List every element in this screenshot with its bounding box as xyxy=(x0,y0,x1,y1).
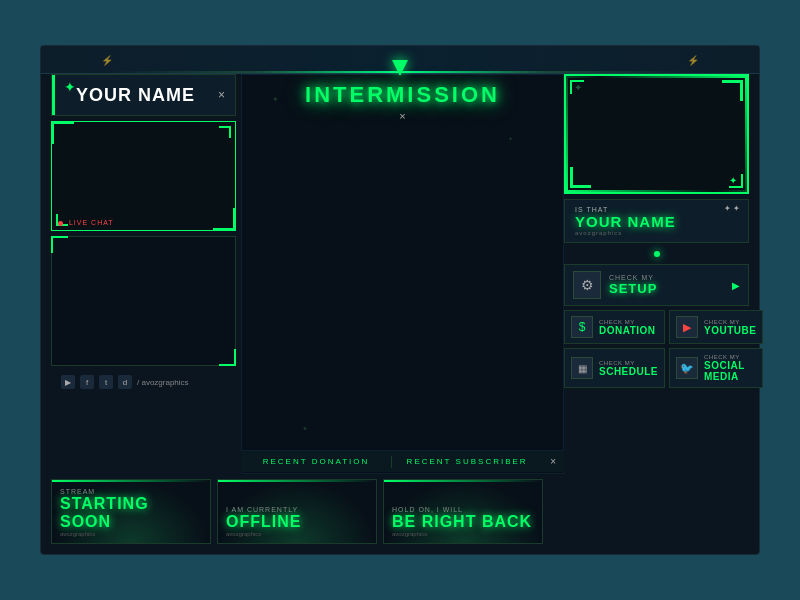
intermission-close[interactable]: × xyxy=(399,110,405,122)
intermission-header: INTERMISSION × xyxy=(241,74,564,129)
brb-panel: HOLD ON, I WILL BE RIGHT BACK avozgraphi… xyxy=(383,479,543,544)
youtube-icon: ▶ xyxy=(61,375,75,389)
check-schedule-box[interactable]: ▦ CHECK MY SCHEDULE xyxy=(564,348,665,388)
twitter-icon: 🐦 xyxy=(676,357,698,379)
corner-tl-webcam xyxy=(570,80,584,94)
starting-soon-sub: STREAM xyxy=(60,488,202,495)
check-setup-box[interactable]: ⚙ CHECK MY SETUP ▶ xyxy=(564,264,749,306)
social-links-grid: $ CHECK MY DONATION ▶ CHECK MY YOUTUBE ▦… xyxy=(564,310,749,388)
center-glow-dot xyxy=(654,251,660,257)
brand-name-small: avozgraphics xyxy=(575,230,738,236)
setup-arrow-icon: ▶ xyxy=(732,280,740,291)
offline-panel: I AM CURRENTLY OFFLINE avozgraphics xyxy=(217,479,377,544)
gear-icon: ⚙ xyxy=(573,271,601,299)
brb-sub: HOLD ON, I WILL xyxy=(392,506,534,513)
bottom-panels-row: STREAM STARTING SOON avozgraphics I AM C… xyxy=(51,479,749,544)
name-close-button[interactable]: × xyxy=(218,88,225,102)
starting-soon-main: STARTING SOON xyxy=(60,495,202,531)
panel-top-border-2 xyxy=(218,480,376,482)
corner-br-webcam xyxy=(729,174,743,188)
webcam-frame-right: ✦ ✦ xyxy=(564,74,749,194)
discord-icon: d xyxy=(118,375,132,389)
intermission-title: INTERMISSION xyxy=(305,82,500,108)
donation-text: CHECK MY DONATION xyxy=(599,319,656,336)
brb-brand: avozgraphics xyxy=(392,531,534,537)
check-donation-box[interactable]: $ CHECK MY DONATION xyxy=(564,310,665,344)
twitter-icon-small: t xyxy=(99,375,113,389)
check-social-media-box[interactable]: 🐦 CHECK MY SOCIAL MEDIA xyxy=(669,348,763,388)
recent-subscriber-label: RECENT SUBSCRIBER xyxy=(392,457,542,466)
particle-2: ✦ xyxy=(508,135,513,142)
setup-check-label: CHECK MY xyxy=(609,274,724,281)
facebook-icon: f xyxy=(80,375,94,389)
particle-3: ✦ xyxy=(302,425,308,433)
top-bar-icon-left: ⚡ xyxy=(101,54,113,65)
social-media-text: CHECK MY SOCIAL MEDIA xyxy=(704,354,756,382)
offline-main: OFFLINE xyxy=(226,513,368,531)
right-panel: ✦ ✦ IS THAT YOUR NAME avozgraphics ✦ ✦ ⚙… xyxy=(564,74,749,474)
streamer-name-display: IS THAT YOUR NAME avozgraphics ✦ ✦ xyxy=(564,199,749,243)
brb-main: BE RIGHT BACK xyxy=(392,513,534,531)
top-center-arrow xyxy=(392,60,408,76)
right-bottom-placeholder xyxy=(549,479,749,544)
streamer-name-box: ✦ YOUR NAME × xyxy=(51,74,236,116)
schedule-text: CHECK MY SCHEDULE xyxy=(599,360,658,377)
top-bar-icon-right: ⚡ xyxy=(687,54,699,65)
donation-subscriber-bar: RECENT DONATION RECENT SUBSCRIBER × xyxy=(241,450,564,472)
calendar-icon: ▦ xyxy=(571,357,593,379)
setup-text: CHECK MY SETUP xyxy=(609,274,724,296)
social-icons-row: ▶ f t d / avozgraphics xyxy=(61,375,246,389)
donation-bar-close[interactable]: × xyxy=(542,456,564,467)
is-that-label: IS THAT xyxy=(575,206,738,213)
panel-top-border xyxy=(52,480,210,482)
corner-decoration xyxy=(0,0,40,40)
glow-dot-container xyxy=(564,248,749,260)
left-panel: ✦ YOUR NAME × LIVE CHAT ▶ f t d / avozgr… xyxy=(51,74,236,474)
your-name-label: YOUR NAME xyxy=(575,213,738,230)
offline-sub: I AM CURRENTLY xyxy=(226,506,368,513)
chat-box xyxy=(51,236,236,366)
offline-brand: avozgraphics xyxy=(226,531,368,537)
main-overlay-container: ⚡ ⚡ ✦ YOUR NAME × LIVE CHAT ▶ f t xyxy=(40,45,760,555)
webcam-corners xyxy=(566,76,747,192)
corner-tr xyxy=(219,126,231,138)
social-handle: / avozgraphics xyxy=(137,378,189,387)
youtube-icon-right: ▶ xyxy=(676,316,698,338)
center-panel: ✦ ✦ ✦ xyxy=(241,74,564,474)
live-chat-label: LIVE CHAT xyxy=(58,219,114,226)
youtube-text: CHECK MY YOUTUBE xyxy=(704,319,756,336)
starting-soon-panel: STREAM STARTING SOON avozgraphics xyxy=(51,479,211,544)
setup-main-label: SETUP xyxy=(609,281,724,296)
panel-top-border-3 xyxy=(384,480,542,482)
dollar-icon: $ xyxy=(571,316,593,338)
streamer-name: YOUR NAME xyxy=(62,85,195,106)
starting-soon-brand: avozgraphics xyxy=(60,531,202,537)
live-indicator-dot xyxy=(58,221,63,226)
check-youtube-box[interactable]: ▶ CHECK MY YOUTUBE xyxy=(669,310,763,344)
name-star-icon: ✦ xyxy=(64,79,76,95)
webcam-frame-left: LIVE CHAT xyxy=(51,121,236,231)
overlay-stars: ✦ ✦ xyxy=(724,204,740,213)
recent-donation-label: RECENT DONATION xyxy=(241,457,391,466)
